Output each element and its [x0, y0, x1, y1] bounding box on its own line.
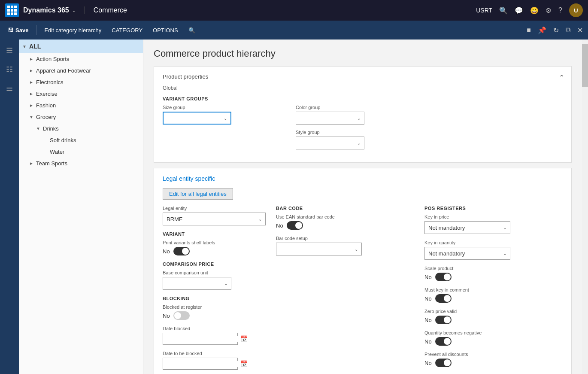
office-icon[interactable]: ■	[525, 24, 533, 36]
blocked-at-register-toggle[interactable]	[173, 311, 190, 320]
date-blocked-calendar-icon[interactable]: 📅	[240, 335, 248, 342]
variant-section-label: VARIANT	[163, 231, 266, 237]
save-button[interactable]: 🖫 Save	[3, 25, 33, 35]
top-nav: Dynamics 365 ⌄ Commerce USRT 🔍 💬 😀 ⚙ ? U	[0, 0, 588, 21]
legal-entity-value: BRMF	[167, 216, 182, 222]
tree-item-drinks[interactable]: ▼ Drinks	[19, 123, 143, 134]
quantity-becomes-negative-label: Quantity becomes negative	[424, 330, 563, 335]
print-variants-value: No	[163, 248, 170, 255]
tree-label-grocery: Grocery	[36, 114, 56, 120]
settings-icon[interactable]: ⚙	[546, 6, 552, 15]
tree-item-all[interactable]: ▼ ALL	[19, 40, 143, 53]
edit-all-legal-entities-button[interactable]: Edit for all legal entities	[163, 188, 233, 200]
barcode-section-label: BAR CODE	[276, 206, 414, 211]
quantity-becomes-negative-toggle[interactable]	[435, 337, 452, 346]
base-comparison-unit-arrow: ⌄	[224, 281, 227, 286]
command-bar: 🖫 Save Edit category hierarchy CATEGORY …	[0, 21, 588, 40]
options-button[interactable]: OPTIONS	[149, 25, 182, 35]
date-to-be-blocked-calendar-icon[interactable]: 📅	[240, 360, 248, 367]
bar-code-setup-label: Bar code setup	[276, 236, 414, 241]
category-button[interactable]: CATEGORY	[107, 25, 147, 35]
key-in-quantity-dropdown[interactable]: Not mandatory ⌄	[424, 247, 510, 260]
legal-entity-section: Legal entity specific Edit for all legal…	[154, 168, 572, 374]
must-key-in-comment-toggle[interactable]	[435, 294, 452, 303]
help-icon[interactable]: ?	[558, 6, 562, 14]
tree-chevron-fashion: ►	[29, 103, 33, 108]
tree-label-water: Water	[50, 149, 64, 155]
tree-item-grocery[interactable]: ▼ Grocery	[19, 111, 143, 123]
use-ean-value: No	[276, 222, 283, 229]
tree-item-exercise[interactable]: ► Exercise	[19, 88, 143, 100]
style-group-label: Style group	[296, 130, 420, 135]
tree-item-water[interactable]: Water	[19, 146, 143, 158]
style-group-dropdown[interactable]: ⌄	[296, 137, 364, 149]
tree-item-team-sports[interactable]: ► Team Sports	[19, 158, 143, 169]
page-title: Commerce product hierarchy	[154, 48, 572, 59]
key-in-price-value: Not mandatory	[428, 225, 465, 231]
open-new-icon[interactable]: ⧉	[564, 24, 572, 36]
tree-item-electronics[interactable]: ► Electronics	[19, 76, 143, 88]
tree-chevron-grocery: ▼	[29, 115, 33, 119]
scrollbar-thumb[interactable]	[582, 44, 588, 87]
search-icon[interactable]: 🔍	[499, 6, 508, 15]
key-in-price-arrow: ⌄	[503, 225, 506, 230]
list-icon[interactable]: ⚌	[2, 81, 17, 96]
tree-label-action-sports: Action Sports	[36, 56, 69, 62]
tree-chevron-apparel: ►	[29, 68, 33, 73]
refresh-icon[interactable]: ↻	[552, 24, 561, 36]
quantity-becomes-negative-value: No	[424, 338, 432, 345]
legal-entity-label: Legal entity	[163, 206, 266, 211]
size-group-dropdown[interactable]: ⌄	[163, 112, 231, 125]
legal-entity-arrow: ⌄	[258, 217, 262, 222]
global-subsection-label: Global	[163, 85, 563, 91]
legal-entity-dropdown[interactable]: BRMF ⌄	[163, 213, 266, 225]
tree-label-electronics: Electronics	[36, 79, 64, 85]
waffle-menu[interactable]	[5, 3, 19, 17]
product-properties-section: Product properties ⌃ Global VARIANT GROU…	[154, 66, 572, 163]
tree-item-action-sports[interactable]: ► Action Sports	[19, 53, 143, 65]
pos-registers-label: POS REGISTERS	[424, 206, 563, 211]
app-title-chevron[interactable]: ⌄	[72, 7, 76, 13]
color-group-dropdown[interactable]: ⌄	[296, 112, 364, 125]
must-key-in-comment-label: Must key in comment	[424, 287, 563, 292]
variant-groups-label: VARIANT GROUPS	[163, 96, 563, 101]
tree-item-fashion[interactable]: ► Fashion	[19, 100, 143, 111]
smiley-icon[interactable]: 😀	[530, 6, 539, 15]
key-in-price-dropdown[interactable]: Not mandatory ⌄	[424, 221, 510, 234]
key-in-quantity-value: Not mandatory	[428, 250, 465, 257]
bar-code-setup-dropdown[interactable]: ⌄	[276, 243, 362, 255]
pin-icon[interactable]: 📌	[536, 24, 548, 36]
tree-chevron-team-sports: ►	[29, 161, 33, 166]
tree-chevron-electronics: ►	[29, 80, 33, 85]
avatar[interactable]: U	[569, 3, 583, 17]
tree-item-apparel[interactable]: ► Apparel and Footwear	[19, 65, 143, 76]
edit-category-button[interactable]: Edit category hierarchy	[40, 25, 106, 35]
size-group-arrow: ⌄	[224, 116, 227, 121]
prevent-all-discounts-toggle[interactable]	[435, 359, 452, 367]
scale-product-toggle[interactable]	[435, 273, 452, 281]
tree-item-soft-drinks[interactable]: Soft drinks	[19, 134, 143, 146]
scrollbar-track[interactable]	[582, 40, 588, 374]
prevent-all-discounts-label: Prevent all discounts	[424, 352, 563, 357]
search-cmd-button[interactable]: 🔍	[184, 25, 200, 35]
date-to-be-blocked-input-wrap[interactable]: 📅	[163, 358, 238, 370]
use-ean-toggle[interactable]	[287, 221, 303, 230]
expand-icon[interactable]: ⌃	[559, 73, 564, 82]
tree-label-team-sports: Team Sports	[36, 160, 67, 167]
base-comparison-unit-dropdown[interactable]: ⌄	[163, 277, 231, 290]
scale-product-value: No	[424, 274, 432, 280]
print-variants-toggle[interactable]	[173, 247, 190, 255]
hamburger-menu-icon[interactable]: ☰	[2, 43, 17, 58]
date-blocked-input[interactable]	[165, 336, 240, 342]
filter-icon[interactable]: ☷	[2, 62, 17, 77]
zero-price-valid-value: No	[424, 317, 432, 323]
tree-label-apparel: Apparel and Footwear	[36, 67, 91, 74]
date-blocked-input-wrap[interactable]: 📅	[163, 333, 238, 345]
blocked-at-register-value: No	[163, 313, 170, 319]
main-layout: ☰ ☷ ⚌ ▼ ALL ► Action Sports ► Apparel an…	[0, 40, 588, 374]
date-to-be-blocked-input[interactable]	[165, 361, 240, 367]
chat-icon[interactable]: 💬	[515, 6, 523, 15]
zero-price-valid-toggle[interactable]	[435, 316, 452, 324]
close-icon[interactable]: ✕	[576, 24, 585, 36]
legal-entity-specific-label: Legal entity specific	[163, 175, 563, 182]
